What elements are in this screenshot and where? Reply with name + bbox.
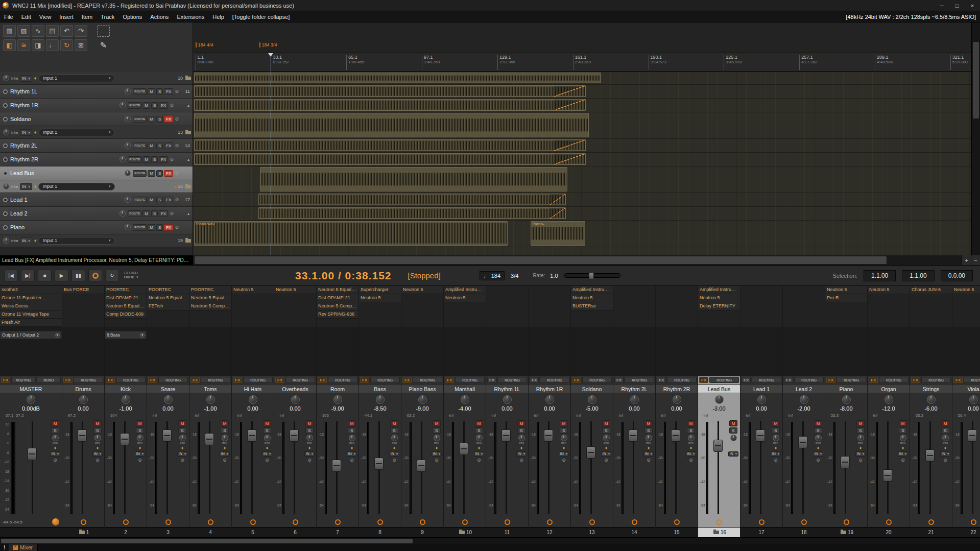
peak-readout[interactable]: -63.2: [401, 413, 443, 419]
phase-icon[interactable]: ⊘: [816, 458, 820, 463]
track-name[interactable]: Rhythm 2R: [10, 156, 118, 162]
volume-fader[interactable]: [247, 429, 256, 442]
strip-fx-button[interactable]: FX: [487, 377, 496, 383]
track-header[interactable]: Rhythm 1L ROUTE M S FX ⊘ 11: [0, 85, 193, 99]
trim-knob[interactable]: [434, 435, 440, 441]
envelope-icon[interactable]: ♦: [34, 130, 37, 135]
track-lane[interactable]: [193, 139, 971, 153]
input-selector[interactable]: Input 1: [38, 237, 115, 245]
menu-item[interactable]: Edit: [17, 14, 35, 20]
pan-knob[interactable]: [800, 395, 808, 404]
phase-icon[interactable]: ⊘: [519, 458, 523, 463]
route-button[interactable]: ROUTE: [133, 197, 147, 203]
phase-icon[interactable]: ⊘: [562, 458, 566, 463]
record-arm-button[interactable]: [250, 519, 256, 525]
envelope-icon[interactable]: ♦: [34, 76, 37, 81]
track-lane[interactable]: [193, 166, 971, 193]
mute-button[interactable]: M: [263, 420, 271, 426]
solo-button[interactable]: S: [263, 427, 271, 434]
record-arm-button[interactable]: [3, 103, 8, 108]
envelope-icon[interactable]: ♦: [859, 445, 862, 450]
trim-knob[interactable]: [857, 435, 864, 441]
envelope-icon[interactable]: ♦: [732, 445, 735, 450]
strip-body[interactable]: FX ROUTING Marshall -4.00 -inf -18-30-42…: [444, 376, 486, 527]
timeline-ruler[interactable]: 1.10:00.00033.10:38.15265.11:09.45697.11…: [193, 53, 971, 72]
track-lane[interactable]: [193, 112, 971, 139]
mute-button[interactable]: M: [941, 420, 949, 426]
strip-fx-button[interactable]: FX: [148, 377, 157, 383]
fader-track[interactable]: [370, 419, 388, 516]
strip-body[interactable]: FX ROUTING Hi Hats 0.00 -inf -18-30-42-5…: [232, 376, 274, 527]
input-button[interactable]: IN: [686, 451, 697, 457]
pan-knob[interactable]: [757, 395, 766, 404]
volume-fader[interactable]: [798, 436, 807, 448]
strip-number[interactable]: 2: [105, 527, 147, 537]
trim-knob[interactable]: [476, 435, 483, 441]
strip-fx-button[interactable]: FX: [614, 377, 624, 383]
volume-readout[interactable]: -9.00: [317, 405, 358, 413]
phase-icon[interactable]: ⊘: [774, 458, 778, 463]
route-button[interactable]: ROUTE: [133, 116, 147, 123]
mute-button[interactable]: M: [148, 170, 155, 177]
record-arm-button[interactable]: [3, 143, 8, 148]
strip-body[interactable]: FX ROUTING Toms -1.00 -inf -18-30-42-54 …: [189, 376, 231, 527]
peak-readout[interactable]: -inf: [189, 413, 231, 419]
peak-readout[interactable]: -inf: [783, 413, 825, 419]
volume-readout[interactable]: 0.00: [62, 405, 104, 413]
volume-readout[interactable]: 0.00: [952, 405, 980, 413]
strip-fx-button[interactable]: FX: [826, 377, 835, 383]
strip-routing-button[interactable]: ROUTING: [836, 377, 866, 383]
mute-button[interactable]: M: [348, 420, 356, 426]
volume-fader[interactable]: [968, 429, 977, 442]
input-button[interactable]: IN: [304, 451, 315, 457]
pan-knob[interactable]: [249, 395, 257, 404]
pan-knob[interactable]: [119, 210, 126, 217]
strip-body[interactable]: FX ROUTING Organ -12.0 -inf -18-30-42-54…: [868, 376, 910, 527]
route-button[interactable]: ROUTE: [133, 142, 147, 149]
peak-readout[interactable]: -inf: [656, 413, 698, 419]
input-button[interactable]: IN: [432, 451, 442, 457]
tempo-marker[interactable]: 184 4/4: [196, 42, 213, 47]
pan-knob[interactable]: [503, 395, 512, 404]
volume-fader[interactable]: [459, 443, 468, 455]
volume-readout[interactable]: 0.00: [147, 405, 189, 413]
mute-button[interactable]: M: [560, 420, 568, 426]
fx-slot[interactable]: Bus FORCE: [62, 286, 104, 294]
pan-knob[interactable]: [206, 395, 215, 404]
arrange-lanes[interactable]: Piano.wavPiano-...: [193, 72, 971, 255]
trim-knob[interactable]: [646, 435, 652, 441]
fx-slot[interactable]: Neutron 5 Compressor: [189, 302, 231, 310]
record-input-button[interactable]: IN: [20, 237, 32, 244]
fade-out-handle[interactable]: [554, 100, 585, 110]
pan-knob[interactable]: [119, 102, 126, 108]
strip-routing-button[interactable]: ROUTING: [285, 377, 315, 383]
strip-body[interactable]: FX ROUTING Piano Bass -9.00 -63.2 -18-30…: [401, 376, 443, 527]
volume-fader[interactable]: [120, 433, 129, 445]
volume-fader[interactable]: [28, 448, 37, 460]
record-arm-button[interactable]: [462, 519, 468, 525]
fx-slot[interactable]: Neutron 5 Equalizer: [189, 294, 231, 302]
fader-track[interactable]: [794, 419, 811, 516]
peak-readout[interactable]: -inf: [698, 413, 740, 419]
mute-button[interactable]: M: [148, 142, 155, 149]
volume-readout[interactable]: 0.00dB: [0, 405, 62, 413]
route-button[interactable]: ROUTE: [128, 156, 141, 163]
fx-slot[interactable]: Supercharger: [359, 286, 401, 294]
strip-body[interactable]: FX ROUTING Viola 0.00 -56.4 -18-30-42-54…: [952, 376, 980, 527]
envelope-icon[interactable]: ♦: [605, 445, 608, 450]
mute-button[interactable]: M: [687, 420, 695, 426]
volume-readout[interactable]: 0.00: [529, 405, 570, 413]
solo-button[interactable]: S: [156, 88, 163, 95]
volume-fader[interactable]: [713, 440, 723, 452]
envelope-icon[interactable]: ♦: [266, 445, 269, 450]
fx-slot[interactable]: Neutron 5 Equalizer: [317, 286, 358, 294]
strip-routing-button[interactable]: ROUTING: [74, 377, 103, 383]
record-arm-button[interactable]: [293, 519, 298, 525]
peak-readout[interactable]: -44.1: [359, 413, 401, 419]
volume-fader[interactable]: [544, 429, 553, 442]
trim-knob[interactable]: [349, 435, 355, 441]
fx-slot[interactable]: Delay ETERNITY: [698, 302, 740, 310]
play-button[interactable]: ▶: [55, 270, 68, 281]
mute-button[interactable]: M: [729, 420, 737, 426]
strip-body[interactable]: FX ROUTING Lead 2 -2.00 -inf -18-30-42-5…: [783, 376, 825, 527]
